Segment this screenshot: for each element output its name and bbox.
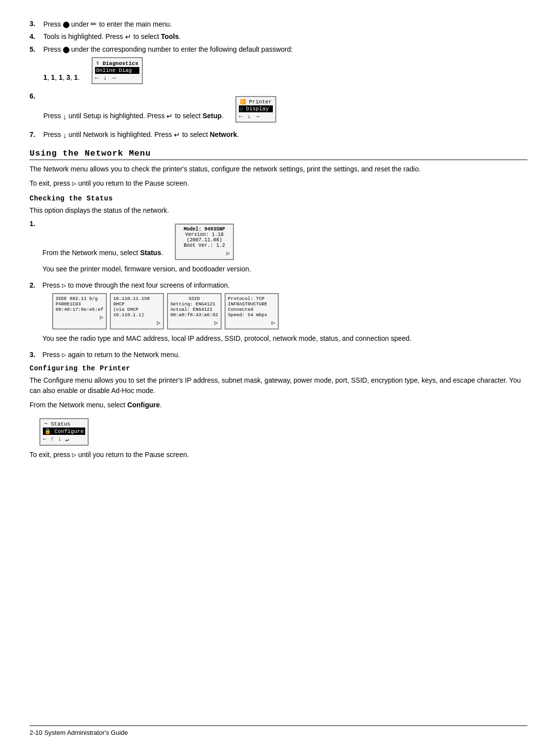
fs2-l1: 10.110.11.158 [113, 296, 161, 301]
status-bold: Status [140, 249, 161, 257]
step-4-content: Tools is highlighted. Press ↵ to select … [43, 33, 527, 41]
circle-icon-2 [63, 47, 69, 53]
printer-line2: Display [246, 106, 269, 112]
status-line4: Boot Ver.: 1.2 [179, 243, 230, 248]
fs1-l1: IEEE 802.11 b/g [56, 296, 103, 301]
status-nav: ▷ [179, 250, 230, 257]
printer-nav-left: ← [239, 113, 242, 120]
checking-step-3-content: Press ▷ again to return to the Network m… [42, 351, 180, 359]
fs4-l3: Connected [228, 307, 275, 312]
diag-nav-down: ↓ [103, 75, 107, 82]
configure-nav-up: ↑ [50, 436, 54, 443]
fs3-nav: ▷ [170, 319, 218, 327]
step-4-text: Tools is highlighted. Press ↵ to select … [43, 33, 181, 40]
step-4-num: 4. [30, 33, 40, 40]
printer-setup-screen: 📴 Printer ☐ Display ← ↓ → [235, 96, 276, 123]
step-6: 6. Press ↓ until Setup is highlighted. P… [30, 92, 527, 127]
checking-step-1-text: From the Network menu, select Status. [42, 249, 163, 257]
checking-status-title: Checking the Status [30, 195, 527, 202]
checking-step-2-content: Press ▷ to move through the next four sc… [42, 281, 411, 348]
configure-screen: ~ Status 🔒 Configure ← ↑ ↓ ↵ [39, 418, 89, 446]
diag-title-row: ⚕ Diagnostics [95, 60, 139, 67]
down-arrow-7: ↓ [63, 131, 67, 139]
printer-nav-down: ↓ [247, 113, 251, 120]
configuring-para1: The Configure menu allows you to set the… [30, 375, 527, 396]
checking-step-3-num: 3. [30, 351, 38, 359]
step-5: 5. Press under the corresponding number … [30, 45, 527, 88]
step-3-num: 3. [30, 20, 40, 28]
status-line3: (2007.11.08) [179, 237, 230, 243]
checking-status-steps: 1. From the Network menu, select Status.… [30, 220, 527, 359]
four-screen-3: SSID Setting: ENG4121 Actual: ENG4121 00… [167, 293, 222, 329]
password-text: 1, 1, 1, 3, 1. [43, 73, 80, 81]
step-3-text: Press under ✏ to enter the main menu. [43, 20, 172, 28]
exit-icon-1: ▷ [72, 179, 76, 187]
configure-wave-icon: ~ [44, 421, 48, 427]
configuring-title: Configuring the Printer [30, 364, 527, 372]
diag-nav: ← ↓ → [95, 75, 139, 82]
checking-step-3: 3. Press ▷ again to return to the Networ… [30, 351, 527, 359]
configure-nav-left: ← [43, 436, 46, 443]
step-7-content: Press ↓ until Network is highlighted. Pr… [43, 131, 527, 139]
step-3: 3. Press under ✏ to enter the main menu. [30, 20, 527, 29]
network-menu-title: Using the Network Menu [30, 149, 527, 160]
step-4: 4. Tools is highlighted. Press ↵ to sele… [30, 33, 527, 41]
fs1-l2: PXR8E1CD3 [56, 301, 103, 307]
page-content: 3. Press under ✏ to enter the main menu.… [30, 20, 527, 460]
fs3-l1: SSID [170, 296, 218, 301]
network-bold: Network [210, 131, 237, 138]
four-screen-4: Protocol: TCP INFRASTRUCTURE Connected S… [225, 293, 279, 329]
configure-nav: ← ↑ ↓ ↵ [43, 436, 85, 443]
diag-nav-left: ← [95, 75, 98, 82]
status-screen: Model: 9493SNP Version: 1.18 (2007.11.08… [175, 224, 234, 260]
right-arrow-3: ▷ [62, 351, 66, 359]
enter-icon: ↵ [125, 33, 131, 41]
checking-step-3-text: Press ▷ again to return to the Network m… [42, 351, 180, 359]
fs2-nav: ▷ [113, 319, 161, 327]
step-7-num: 7. [30, 131, 40, 138]
fs4-nav: ▷ [228, 319, 275, 327]
printer-line1: Printer [249, 99, 272, 105]
status-line1: Model: 9493SNP [179, 227, 230, 232]
printer-nav: ← ↓ → [239, 113, 273, 120]
setup-bold: Setup [202, 112, 222, 120]
fs2-l3: (via DHCP [113, 307, 161, 312]
configure-configure-row: 🔒 Configure [43, 427, 85, 435]
checking-step-2-num: 2. [30, 281, 38, 348]
four-screens-row: IEEE 802.11 b/g PXR8E1CD3 00:40:17:8e:e5… [52, 293, 411, 329]
step-5-content: Press under the corresponding number to … [43, 45, 527, 88]
footer-page: 2-10 [30, 729, 42, 736]
diag-icon: ⚕ [96, 61, 99, 66]
display-line-row: ☐ Display [239, 105, 273, 112]
fs3-l4: 00:a0:f8:43:a6:92 [170, 312, 218, 318]
network-menu-para2: To exit, press ▷ until you return to the… [30, 178, 527, 189]
enter-icon-6: ↵ [166, 112, 173, 121]
fs1-nav: ▷ [56, 314, 103, 321]
four-screen-2: 10.110.11.158 DHCP (via DHCP 10.110.1.1)… [110, 293, 164, 329]
tools-bold: Tools [161, 33, 179, 40]
fs4-l4: Speed: 54 mbps [228, 312, 275, 318]
configure-status-row: ~ Status [43, 421, 85, 427]
checking-step-2: 2. Press ▷ to move through the next four… [30, 281, 527, 348]
configuring-exit: To exit, press ▷ until you return to the… [30, 450, 527, 460]
circle-icon [63, 22, 69, 28]
fs2-l4: 10.110.1.1) [113, 312, 161, 318]
step-5-num: 5. [30, 45, 40, 53]
diagnostics-screen: ⚕ Diagnostics Online Diag ← ↓ → [92, 57, 143, 84]
diag-line2-row: Online Diag [95, 67, 139, 74]
configure-period: . [160, 401, 162, 409]
configure-nav-enter: ↵ [66, 436, 69, 443]
printer-nav-right: → [256, 113, 259, 120]
footer: 2-10 System Administrator's Guide [30, 725, 527, 736]
fs3-l3: Actual: ENG4121 [170, 307, 218, 312]
fs1-l3: 00:40:17:8e:e5:ef [56, 307, 103, 312]
checking-step-1-num: 1. [30, 220, 38, 278]
step-5-text: Press under the corresponding number to … [43, 45, 293, 53]
network-menu-para1: The Network menu allows you to check the… [30, 164, 527, 174]
step-7-text: Press ↓ until Network is highlighted. Pr… [43, 131, 239, 138]
diag-line1: Diagnostics [102, 61, 138, 66]
printer-icon: 📴 [240, 99, 246, 105]
configure-bold: Configure [127, 401, 160, 409]
checking-step-2-text: Press ▷ to move through the next four sc… [42, 281, 229, 289]
step-6-text: Press ↓ until Setup is highlighted. Pres… [43, 112, 224, 120]
